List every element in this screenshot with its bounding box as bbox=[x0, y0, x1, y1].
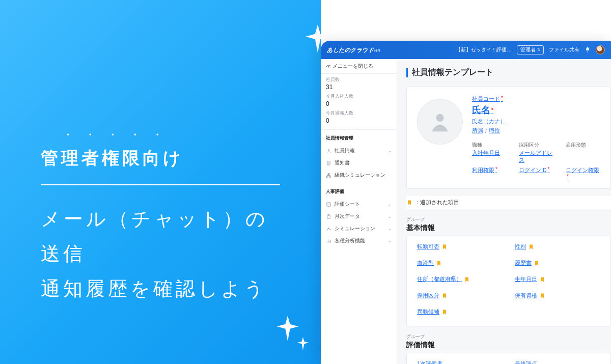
clipboard-icon bbox=[326, 214, 331, 219]
brand-logo[interactable]: あしたのクラウドHR bbox=[327, 46, 381, 54]
template-field[interactable]: 履歴書 bbox=[515, 260, 600, 267]
caret-icon: ⇅ bbox=[537, 48, 540, 52]
template-field[interactable]: 異動候補 bbox=[417, 309, 503, 316]
check-icon bbox=[326, 202, 331, 207]
field-name[interactable]: 氏名 bbox=[472, 104, 493, 116]
field-permission[interactable]: 利用権限 bbox=[472, 167, 497, 173]
group-basic-info: 転勤可否性別血液型履歴書住所（都道府県）生年月日採用区分保有資格異動候補 bbox=[406, 236, 611, 326]
bookmark-icon bbox=[528, 243, 534, 250]
bars-icon bbox=[326, 238, 331, 244]
doc-icon bbox=[326, 160, 331, 166]
chevron-left-icon: ≪ bbox=[326, 64, 330, 69]
hero-line2: 通知履歴を確認しよう bbox=[41, 271, 290, 306]
field-login-perm[interactable]: ログイン権限 bbox=[566, 167, 599, 180]
template-field[interactable]: 住所（都道府県） bbox=[417, 276, 503, 283]
chevron-down-icon: ⌄ bbox=[388, 149, 392, 153]
page-title: 社員情報テンプレート bbox=[397, 59, 611, 83]
stat-label: 社員数 bbox=[326, 77, 392, 83]
template-field[interactable]: 転勤可否 bbox=[417, 243, 503, 250]
bookmark-icon bbox=[464, 276, 470, 283]
hero-line1: メール（チャット）の送信 bbox=[41, 202, 290, 271]
simulation-icon bbox=[326, 226, 331, 232]
bookmark-icon bbox=[436, 260, 442, 267]
chevron-down-icon: ⌄ bbox=[388, 214, 392, 219]
bell-icon[interactable] bbox=[585, 47, 591, 53]
svg-point-10 bbox=[330, 229, 330, 230]
hero-panel: ・・・・・ 管理者権限向け メール（チャット）の送信 通知履歴を確認しよう bbox=[0, 0, 321, 364]
topbar-notice[interactable]: 【新】ゼッタイ！評価… bbox=[456, 46, 512, 53]
template-field[interactable]: 性別 bbox=[515, 243, 600, 250]
person-icon bbox=[326, 148, 331, 154]
org-icon bbox=[326, 173, 331, 178]
bookmark-icon bbox=[539, 276, 545, 283]
bookmark-icon bbox=[406, 199, 412, 206]
sidebar-stats: 社員数 31 今月入社人数 0 今月退職人数 0 bbox=[321, 74, 397, 130]
field-label: 職種 bbox=[472, 142, 507, 149]
stat-value: 0 bbox=[326, 100, 392, 107]
slash: / bbox=[485, 128, 487, 134]
sidebar: ≪ メニューを閉じる 社員数 31 今月入社人数 0 今月退職人数 0 社員情報… bbox=[321, 59, 397, 364]
sidebar-section-title: 人事評価 bbox=[326, 188, 392, 195]
template-field[interactable]: 生年月日 bbox=[515, 276, 600, 283]
template-field[interactable]: 1次評価者 bbox=[417, 360, 503, 364]
field-label: 採用区分 bbox=[519, 142, 553, 149]
accent-bar bbox=[406, 68, 408, 77]
sidebar-item-monthly[interactable]: 月次データ ⌄ bbox=[326, 210, 392, 222]
stat-label: 今月退職人数 bbox=[326, 110, 392, 117]
sidebar-section-title: 社員情報管理 bbox=[326, 135, 392, 142]
field-label: 雇用形態 bbox=[566, 142, 600, 149]
app-window: あしたのクラウドHR 【新】ゼッタイ！評価… 管理者⇅ ファイル共有 ≪ メニュ… bbox=[321, 41, 611, 364]
svg-rect-3 bbox=[326, 176, 328, 177]
hero-dots: ・・・・・ bbox=[62, 127, 290, 143]
field-email[interactable]: メールアドレス bbox=[519, 150, 552, 163]
svg-rect-5 bbox=[327, 202, 330, 206]
bookmark-icon bbox=[534, 260, 540, 267]
chevron-down-icon: ⌄ bbox=[388, 202, 392, 207]
svg-point-11 bbox=[436, 114, 443, 122]
chevron-down-icon: ⌄ bbox=[388, 227, 392, 231]
svg-rect-2 bbox=[328, 173, 329, 174]
field-belong[interactable]: 所属 bbox=[472, 127, 483, 134]
profile-photo-placeholder[interactable] bbox=[417, 99, 463, 145]
sidebar-item-eval-sheet[interactable]: 評価シート ⌄ bbox=[326, 198, 392, 210]
file-share-link[interactable]: ファイル共有 bbox=[549, 46, 579, 53]
bookmark-icon bbox=[441, 292, 448, 299]
sidebar-collapse-label: メニューを閉じる bbox=[332, 63, 373, 70]
svg-point-8 bbox=[327, 229, 327, 230]
profile-card: 社員コード 氏名 氏名（カナ） 所属 / 職位 職種 入社年月日 採用区分 メー… bbox=[406, 86, 611, 189]
hero-badge: 管理者権限向け bbox=[41, 147, 290, 170]
role-switcher[interactable]: 管理者⇅ bbox=[517, 45, 544, 54]
svg-point-9 bbox=[328, 228, 329, 228]
sidebar-item-org-sim[interactable]: 組織シミュレーション bbox=[326, 169, 392, 181]
sidebar-item-notice[interactable]: 通知書 bbox=[326, 157, 392, 169]
svg-rect-4 bbox=[329, 176, 331, 177]
group-eval-info: 1次評価者最終評点2次評価者目標評価者最終評価ランク閲覧可能社員 bbox=[406, 353, 611, 364]
sidebar-item-analytics[interactable]: 各種分析機能 ⌄ bbox=[326, 235, 392, 247]
chevron-down-icon: ⌄ bbox=[388, 239, 392, 243]
field-name-kana[interactable]: 氏名（カナ） bbox=[472, 118, 506, 124]
sidebar-item-simulation[interactable]: シミュレーション ⌄ bbox=[326, 222, 392, 235]
template-field[interactable]: 採用区分 bbox=[417, 292, 503, 299]
bookmark-icon bbox=[539, 292, 545, 299]
avatar[interactable] bbox=[596, 45, 605, 54]
sidebar-section: 社員情報管理 社員情報 ⌄ 通知書 組織シミュレーション bbox=[321, 130, 397, 183]
sidebar-section: 人事評価 評価シート ⌄ 月次データ ⌄ シミュレーション ⌄ 各種分析機能 ⌄ bbox=[321, 183, 397, 249]
template-field[interactable]: 保有資格 bbox=[515, 292, 600, 299]
group-header: グループ 評価情報 bbox=[406, 333, 611, 350]
template-field[interactable]: 血液型 bbox=[417, 260, 503, 267]
sparkle-icon bbox=[296, 337, 310, 350]
topbar: あしたのクラウドHR 【新】ゼッタイ！評価… 管理者⇅ ファイル共有 bbox=[321, 41, 611, 59]
bookmark-icon bbox=[441, 243, 448, 250]
sidebar-item-employee-info[interactable]: 社員情報 ⌄ bbox=[326, 145, 392, 157]
stat-value: 31 bbox=[326, 83, 392, 91]
sidebar-collapse[interactable]: ≪ メニューを閉じる bbox=[321, 59, 397, 74]
field-position[interactable]: 職位 bbox=[489, 127, 500, 134]
field-hiredate[interactable]: 入社年月日 bbox=[472, 150, 500, 156]
legend-added: ：追加された項目 bbox=[406, 196, 611, 209]
stat-label: 今月入社人数 bbox=[326, 94, 392, 100]
field-login-id[interactable]: ログインID bbox=[519, 167, 549, 173]
field-employee-code[interactable]: 社員コード bbox=[472, 96, 503, 102]
bookmark-icon bbox=[441, 309, 448, 316]
svg-point-0 bbox=[328, 149, 329, 151]
template-field[interactable]: 最終評点 bbox=[515, 360, 600, 364]
